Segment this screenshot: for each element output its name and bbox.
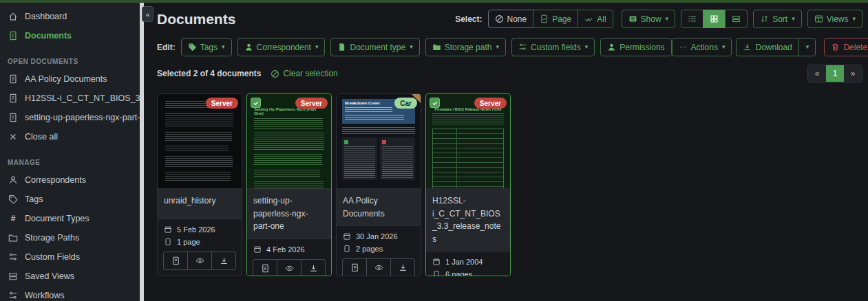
- document-title[interactable]: AA Policy Documents: [337, 188, 421, 225]
- view-cards-button[interactable]: [725, 10, 748, 28]
- thumb-text-lines: [254, 133, 324, 150]
- sidebar-collapse-button[interactable]: «: [142, 6, 154, 22]
- download-document-button[interactable]: [390, 259, 414, 276]
- download-icon: [220, 256, 229, 265]
- sidebar-item-custom-fields[interactable]: Custom Fields: [0, 247, 140, 267]
- tag-badge[interactable]: Car: [394, 98, 417, 109]
- document-thumbnail[interactable]: Server Setting Up Paperless NGX (Part On…: [247, 94, 331, 188]
- tag-badge[interactable]: Server: [206, 98, 238, 109]
- sidebar-item-document-types[interactable]: # Document Types: [0, 209, 140, 228]
- edit-correspondent-label: Correspondent: [257, 43, 311, 52]
- thumb-text-lines: [345, 115, 404, 120]
- download-document-button[interactable]: [211, 252, 235, 269]
- file-text-icon: [8, 74, 18, 84]
- document-title[interactable]: H12SSL-i_C_CT_NT_BIOS_3.3_release_notes: [426, 188, 510, 251]
- edit-permissions-button[interactable]: Permissions: [600, 38, 671, 56]
- sidebar-item-dashboard[interactable]: Dashboard: [0, 7, 140, 26]
- preview-button[interactable]: [366, 259, 390, 276]
- download-button[interactable]: Download: [736, 38, 798, 56]
- views-label: Views: [827, 15, 849, 23]
- thumb-column-left: [342, 137, 377, 180]
- file-check-icon: [540, 14, 549, 23]
- pagination-prev-button[interactable]: «: [808, 65, 826, 82]
- sidebar-item-saved-views[interactable]: Saved Views: [0, 267, 140, 286]
- document-card[interactable]: Server unraid_history 5 Feb 2026 1 page: [157, 93, 242, 276]
- preview-button[interactable]: [277, 260, 301, 276]
- sidebar-item-label: Workflows: [25, 291, 64, 300]
- document-thumbnail[interactable]: Server: [158, 94, 242, 188]
- sidebar-item-tags[interactable]: Tags: [0, 190, 140, 209]
- selected-checkbox[interactable]: [430, 98, 440, 108]
- date-label: 5 Feb 2026: [177, 225, 215, 234]
- sidebar-item-storage-paths[interactable]: Storage Paths: [0, 228, 140, 247]
- download-document-button[interactable]: [301, 260, 325, 276]
- select-all-label: All: [597, 15, 606, 23]
- download-split-button: Download ▾: [736, 38, 816, 56]
- edit-label: Edit:: [157, 43, 176, 52]
- open-doc-item[interactable]: AA Policy Documents: [0, 69, 140, 89]
- thumb-text-lines: [345, 107, 392, 113]
- edit-storage-path-button[interactable]: Storage path ▾: [425, 38, 506, 56]
- tag-badge[interactable]: Server: [295, 98, 328, 109]
- select-none-button[interactable]: None: [488, 10, 534, 28]
- clear-selection-link[interactable]: Clear selection: [271, 69, 337, 78]
- calendar-icon: [164, 225, 172, 234]
- pagination-page-1[interactable]: 1: [826, 65, 844, 82]
- document-thumbnail[interactable]: Car Breakdown Cover: [337, 94, 421, 188]
- file-text-icon: [171, 256, 180, 265]
- date-label: 1 Jan 2004: [445, 258, 483, 266]
- views-icon: [814, 14, 823, 23]
- person-icon: [244, 43, 253, 52]
- show-dropdown-button[interactable]: Show ▾: [622, 10, 676, 28]
- document-date: 5 Feb 2026: [163, 223, 236, 236]
- sidebar-item-label: Storage Paths: [25, 233, 79, 243]
- document-thumbnail[interactable]: Server Firmware / BIOS Release Notes For…: [426, 94, 510, 188]
- pagination-next-button[interactable]: »: [844, 65, 862, 82]
- document-title[interactable]: setting-up-paperless-ngx-part-one: [247, 188, 331, 238]
- document-card[interactable]: Server Firmware / BIOS Release Notes For…: [425, 93, 511, 276]
- sidebar-item-workflows[interactable]: Workflows: [0, 286, 140, 301]
- select-all-button[interactable]: All: [578, 10, 613, 28]
- pagination: « 1 »: [807, 65, 862, 82]
- preview-button[interactable]: [187, 252, 211, 269]
- document-pages: 6 pages: [432, 268, 505, 276]
- open-doc-item[interactable]: H12SSL-i_C_CT_NT_BIOS_3.3_rele...: [0, 89, 140, 108]
- document-title[interactable]: unraid_history: [158, 188, 242, 219]
- views-dropdown-button[interactable]: Views ▾: [807, 10, 862, 28]
- download-label: Download: [755, 43, 792, 52]
- sidebar: Dashboard Documents OPEN DOCUMENTS AA Po…: [0, 3, 140, 301]
- download-icon: [399, 263, 407, 272]
- eye-icon: [374, 263, 383, 272]
- edit-custom-fields-button[interactable]: Custom fields ▾: [511, 38, 595, 56]
- red-marker: [382, 140, 386, 144]
- view-grid-button[interactable]: [703, 10, 726, 28]
- open-document-button[interactable]: [343, 259, 366, 276]
- open-document-button[interactable]: [253, 260, 277, 276]
- tag-badge[interactable]: Server: [474, 98, 507, 109]
- edit-document-type-button[interactable]: Document type ▾: [330, 38, 419, 56]
- select-page-button[interactable]: Page: [533, 10, 578, 28]
- list-view-icon: [688, 14, 697, 23]
- edit-correspondent-button[interactable]: Correspondent ▾: [237, 38, 326, 56]
- caret-down-icon: ▾: [585, 44, 589, 50]
- select-page-label: Page: [552, 15, 571, 23]
- edit-tags-button[interactable]: Tags ▾: [181, 38, 232, 56]
- document-card[interactable]: Car Breakdown Cover: [336, 93, 421, 276]
- open-document-button[interactable]: [164, 252, 187, 269]
- selected-checkbox[interactable]: [251, 98, 261, 108]
- view-list-button[interactable]: [681, 10, 703, 28]
- download-options-button[interactable]: ▾: [798, 38, 816, 56]
- document-date: 30 Jan 2026: [342, 230, 415, 243]
- file-text-icon: [8, 93, 18, 103]
- sidebar-item-correspondents[interactable]: Correspondents: [0, 170, 140, 190]
- thumb-text-lines: [254, 154, 322, 166]
- document-meta: 1 Jan 2004 6 pages: [426, 251, 510, 276]
- delete-button[interactable]: Delete: [824, 38, 868, 56]
- close-all-button[interactable]: Close all: [0, 127, 140, 146]
- caret-down-icon: ▾: [792, 16, 795, 22]
- actions-dropdown-button[interactable]: Actions ▾: [672, 38, 732, 56]
- open-doc-item[interactable]: setting-up-paperless-ngx-part-one: [0, 108, 140, 127]
- document-card[interactable]: Server Setting Up Paperless NGX (Part On…: [246, 93, 332, 276]
- sidebar-item-documents[interactable]: Documents: [0, 26, 140, 45]
- sort-dropdown-button[interactable]: Sort ▾: [753, 10, 802, 28]
